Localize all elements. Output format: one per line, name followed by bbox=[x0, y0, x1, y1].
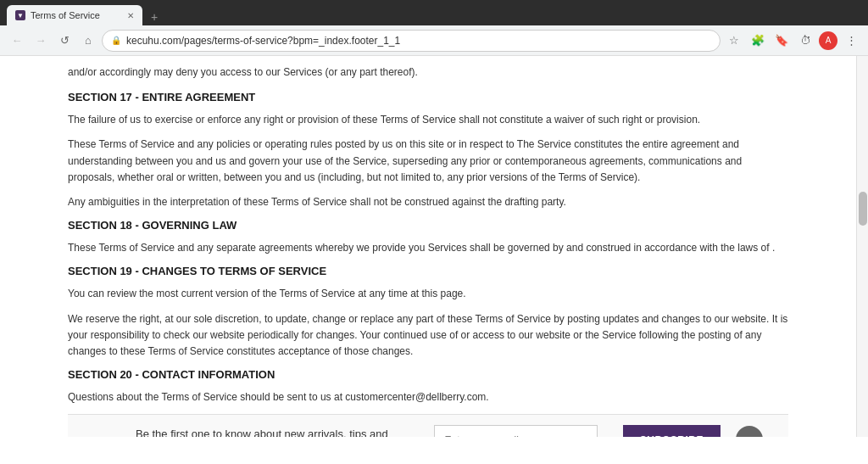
active-tab[interactable]: ▼ Terms of Service ✕ bbox=[7, 5, 142, 25]
page-content: and/or accordingly may deny you access t… bbox=[0, 56, 856, 437]
footer-wrapper: Be the first one to know about new arriv… bbox=[68, 414, 788, 437]
new-tab-button[interactable]: + bbox=[146, 8, 163, 25]
bookmark-button[interactable]: 🔖 bbox=[771, 31, 792, 51]
tab-favicon: ▼ bbox=[15, 10, 25, 20]
tab-title: Terms of Service bbox=[31, 10, 100, 20]
section-20-para1: Questions about the Terms of Service sho… bbox=[68, 389, 788, 405]
page-footer: Be the first one to know about new arriv… bbox=[68, 414, 788, 437]
star-button[interactable]: ☆ bbox=[724, 31, 744, 51]
section-19-header: SECTION 19 - CHANGES TO TERMS OF SERVICE bbox=[68, 265, 788, 277]
section-19-para2: We reserve the right, at our sole discre… bbox=[68, 311, 788, 361]
menu-button[interactable]: ⋮ bbox=[841, 31, 861, 51]
subscribe-button[interactable]: SUBSCRIBE bbox=[623, 425, 721, 437]
extensions-button[interactable]: 🧩 bbox=[748, 31, 768, 51]
section-17-para1: The failure of us to exercise or enforce… bbox=[68, 112, 788, 128]
footer-text: Be the first one to know about new arriv… bbox=[136, 428, 409, 437]
email-input[interactable] bbox=[434, 425, 598, 437]
section-17-para2: These Terms of Service and any policies … bbox=[68, 137, 788, 186]
tab-close-button[interactable]: ✕ bbox=[127, 11, 134, 20]
intro-text: and/or accordingly may deny you access t… bbox=[68, 56, 788, 81]
home-button[interactable]: ⌂ bbox=[78, 31, 98, 51]
tab-bar: ▼ Terms of Service ✕ + bbox=[0, 0, 868, 25]
section-20: SECTION 20 - CONTACT INFORMATION Questio… bbox=[68, 368, 788, 405]
section-19-para1: You can review the most current version … bbox=[68, 286, 788, 302]
section-17-para3: Any ambiguities in the interpretation of… bbox=[68, 194, 788, 210]
section-17: SECTION 17 - ENTIRE AGREEMENT The failur… bbox=[68, 91, 788, 210]
address-bar[interactable]: 🔒 kecuhu.com/pages/terms-of-service?bpm=… bbox=[102, 30, 721, 52]
url-text: kecuhu.com/pages/terms-of-service?bpm=_i… bbox=[126, 35, 400, 47]
back-button[interactable]: ← bbox=[7, 31, 27, 51]
profile-button[interactable]: A bbox=[819, 31, 837, 50]
scrollbar-thumb[interactable] bbox=[859, 192, 867, 226]
browser-toolbar: ← → ↺ ⌂ 🔒 kecuhu.com/pages/terms-of-serv… bbox=[0, 25, 868, 56]
forward-button[interactable]: → bbox=[31, 31, 51, 51]
section-18: SECTION 18 - GOVERNING LAW These Terms o… bbox=[68, 219, 788, 256]
scrollbar[interactable] bbox=[856, 56, 868, 437]
page-wrapper: and/or accordingly may deny you access t… bbox=[0, 56, 868, 437]
reload-button[interactable]: ↺ bbox=[54, 31, 75, 51]
history-button[interactable]: ⏱ bbox=[795, 31, 815, 51]
toolbar-right: ☆ 🧩 🔖 ⏱ A ⋮ bbox=[724, 31, 861, 51]
section-19: SECTION 19 - CHANGES TO TERMS OF SERVICE… bbox=[68, 265, 788, 360]
section-17-header: SECTION 17 - ENTIRE AGREEMENT bbox=[68, 91, 788, 103]
lock-icon: 🔒 bbox=[111, 36, 121, 45]
section-18-para1: These Terms of Service and any separate … bbox=[68, 240, 788, 256]
section-18-header: SECTION 18 - GOVERNING LAW bbox=[68, 219, 788, 232]
section-20-header: SECTION 20 - CONTACT INFORMATION bbox=[68, 368, 788, 381]
